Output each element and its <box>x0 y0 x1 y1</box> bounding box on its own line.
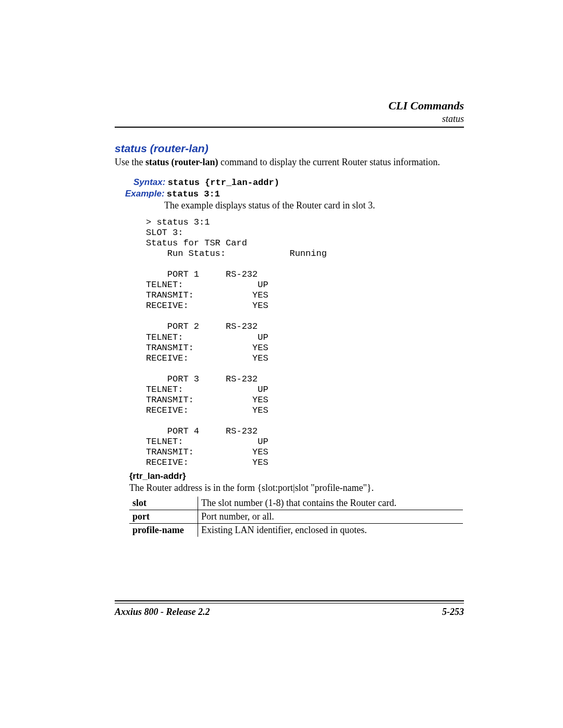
param-name: slot <box>129 497 198 510</box>
param-name: profile-name <box>129 524 198 537</box>
param-value: Existing LAN identifier, enclosed in quo… <box>198 524 463 537</box>
syntax-label: Syntax: <box>133 177 165 187</box>
param-desc: The Router address is in the form {slot:… <box>129 483 464 493</box>
footer-rule-thin <box>115 603 464 603</box>
page-footer: Axxius 800 - Release 2.2 5-253 <box>115 600 464 618</box>
param-heading: {rtr_lan-addr} <box>129 471 464 482</box>
syntax-row: Syntax: status {rtr_lan-addr) <box>133 177 464 188</box>
command-title: status (router-lan) <box>115 142 464 155</box>
footer-right: 5-253 <box>442 607 464 618</box>
footer-left: Axxius 800 - Release 2.2 <box>115 607 210 618</box>
header-rule <box>115 127 464 128</box>
intro-bold: status (router-lan) <box>145 157 218 167</box>
intro-text: Use the status (router-lan) command to d… <box>115 157 464 168</box>
example-explain: The example displays status of the Route… <box>164 200 464 211</box>
table-row: profile-name Existing LAN identifier, en… <box>129 524 463 537</box>
param-value: Port number, or all. <box>198 510 463 524</box>
footer-row: Axxius 800 - Release 2.2 5-253 <box>115 607 464 618</box>
example-text: status 3:1 <box>167 189 220 199</box>
param-table: slot The slot number (1-8) that contains… <box>129 497 463 537</box>
example-label: Example: <box>125 189 165 199</box>
intro-suffix: command to display the current Router st… <box>218 157 439 167</box>
chapter-header: CLI Commands <box>115 99 464 113</box>
section-name: status <box>115 114 464 125</box>
page-body: CLI Commands status status (router-lan) … <box>115 99 464 537</box>
example-row: Example: status 3:1 <box>125 189 464 199</box>
syntax-text: status {rtr_lan-addr) <box>168 178 279 188</box>
table-row: slot The slot number (1-8) that contains… <box>129 497 463 510</box>
table-row: port Port number, or all. <box>129 510 463 524</box>
param-value: The slot number (1-8) that contains the … <box>198 497 463 510</box>
chapter-title: CLI Commands <box>388 99 464 112</box>
cli-output: > status 3:1 SLOT 3: Status for TSR Card… <box>146 217 464 468</box>
footer-rule-thick <box>115 600 464 601</box>
intro-prefix: Use the <box>115 157 145 167</box>
param-name: port <box>129 510 198 524</box>
